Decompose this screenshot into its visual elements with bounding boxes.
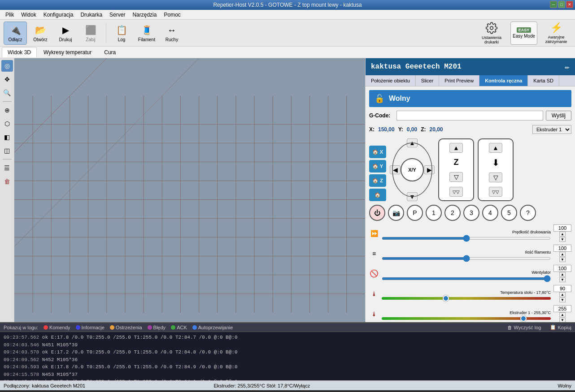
ext-down-button[interactable]: ▽ <box>489 172 502 182</box>
edit-icon[interactable]: ✏️ <box>565 62 570 72</box>
z-plus-button[interactable]: ▲ <box>449 143 463 153</box>
side-view-button[interactable]: ◫ <box>1 145 13 156</box>
log-time-3: 09:24:09.562 <box>4 357 39 362</box>
fan-slider[interactable] <box>382 277 551 280</box>
fan-input[interactable] <box>553 265 571 272</box>
speed-down-arrow[interactable]: ▼ <box>559 237 566 242</box>
delete-button[interactable]: 🗑 <box>1 176 13 187</box>
open-icon: 📂 <box>34 24 47 36</box>
x-minus-button[interactable]: ◀ <box>390 165 401 174</box>
y-plus-button[interactable]: ▲ <box>407 138 418 147</box>
park-button[interactable]: P <box>407 205 423 221</box>
ext-temp-input[interactable] <box>553 305 571 312</box>
kill-button[interactable]: ⬛ Zabij <box>79 22 102 45</box>
filter-ack[interactable]: ACK <box>171 325 187 330</box>
menu-narzedzia[interactable]: Narzędzia <box>129 11 160 19</box>
menu-server[interactable]: Server <box>106 11 129 19</box>
ext-temp-slider[interactable] <box>382 317 551 320</box>
filament-slider[interactable] <box>382 257 551 260</box>
filter-autoprzewijanie[interactable]: Autoprzewijanie <box>192 325 233 330</box>
gcode-input[interactable] <box>396 111 543 121</box>
tab-polozenie[interactable]: Położenie obiektu <box>366 75 416 86</box>
rotate-button[interactable]: ⊕ <box>1 104 13 116</box>
moves-button[interactable]: ↔ Ruchy <box>160 22 183 45</box>
copy-log-button[interactable]: 📋 Kopiuj <box>550 324 571 330</box>
tab-print-preview[interactable]: Print Preview <box>439 75 479 86</box>
select-tool-button[interactable]: ◎ <box>1 60 13 72</box>
extruder-select[interactable]: Ekstruder 1 Ekstruder 2 <box>532 125 571 134</box>
open-button[interactable]: 📂 Otwórz <box>29 22 52 45</box>
front-view-button[interactable]: ◧ <box>1 131 13 143</box>
menu-plik[interactable]: Plik <box>2 11 17 19</box>
connect-button[interactable]: 🔌 Odłącz <box>4 22 27 45</box>
log-text-4: ok E:17.8 /0.0 T0:255.0 /255.0 T1:255.0 … <box>42 364 238 370</box>
z-fast-minus-button[interactable]: ▽▽ <box>449 187 463 197</box>
home-y-button[interactable]: 🏠 Y <box>369 160 386 172</box>
log-filter-label: Pokazuj w logu: <box>4 325 38 330</box>
btn-4[interactable]: 4 <box>482 205 498 221</box>
ext-up-button[interactable]: ▲ <box>489 143 502 153</box>
filament-down-arrow[interactable]: ▼ <box>559 257 566 262</box>
filament-up-arrow[interactable]: ▲ <box>559 252 566 257</box>
object-list-button[interactable]: ☰ <box>1 162 13 174</box>
minimize-button[interactable]: ─ <box>550 1 557 8</box>
fan-down-arrow[interactable]: ▼ <box>559 277 566 282</box>
home-z-button[interactable]: 🏠 Z <box>369 174 386 187</box>
clear-log-button[interactable]: 🗑 Wyczyść log <box>507 325 541 330</box>
btn-5[interactable]: 5 <box>501 205 517 221</box>
ext-temp-down-arrow[interactable]: ▼ <box>559 318 566 322</box>
maximize-button[interactable]: □ <box>558 1 565 8</box>
help-button[interactable]: ? <box>520 205 536 221</box>
filter-informacje[interactable]: Informacje <box>76 325 105 330</box>
3d-view[interactable] <box>14 58 365 322</box>
filament-button[interactable]: 🧵 Filament <box>135 22 158 45</box>
menu-konfiguracja[interactable]: Konfiguracja <box>40 11 77 19</box>
tab-cura[interactable]: Cura <box>98 47 122 57</box>
tab-widok3d[interactable]: Widok 3D <box>2 47 37 57</box>
camera-button[interactable]: 📷 <box>388 205 404 221</box>
filter-ostrzezenia[interactable]: Ostrzeżenia <box>110 325 142 330</box>
ext-fast-down-button[interactable]: ▽▽ <box>489 187 502 197</box>
speed-slider[interactable] <box>382 237 551 240</box>
zoom-button[interactable]: 🔍 <box>1 87 13 99</box>
menu-widok[interactable]: Widok <box>17 11 39 19</box>
move-tool-button[interactable]: ✥ <box>1 73 13 85</box>
x-plus-button[interactable]: ▶ <box>424 165 435 174</box>
tab-wykresy[interactable]: Wykresy temperatur <box>38 47 97 57</box>
easy-mode-button[interactable]: EASY Easy Mode <box>510 22 537 45</box>
menu-pomoc[interactable]: Pomoc <box>160 11 184 19</box>
xy-center-button[interactable]: X/Y <box>401 158 424 181</box>
close-button[interactable]: ✕ <box>566 1 573 8</box>
ext-temp-up-arrow[interactable]: ▲ <box>559 312 566 317</box>
home-all-button[interactable]: 🏠 <box>369 189 386 201</box>
bed-temp-slider[interactable] <box>382 297 551 300</box>
printer-settings-button[interactable]: Ustawienia drukarki <box>476 22 507 45</box>
tab-karta-sd[interactable]: Karta SD <box>528 75 559 86</box>
filter-komendy[interactable]: Komendy <box>44 325 70 330</box>
send-button[interactable]: Wyślij <box>546 111 571 121</box>
speed-up-arrow[interactable]: ▲ <box>559 232 566 237</box>
filter-bledy[interactable]: Błędy <box>148 325 166 330</box>
speed-input[interactable] <box>553 224 571 232</box>
y-minus-button[interactable]: ▼ <box>407 192 418 201</box>
z-minus-button[interactable]: ▽ <box>449 172 463 182</box>
home-x-button[interactable]: 🏠 X <box>369 146 386 158</box>
log-button[interactable]: 📋 Log <box>110 22 133 45</box>
bed-temp-down-arrow[interactable]: ▼ <box>559 297 566 302</box>
btn-3[interactable]: 3 <box>463 205 479 221</box>
print-button[interactable]: ▶ Drukuj <box>54 22 77 45</box>
btn-1[interactable]: 1 <box>426 205 442 221</box>
power-button[interactable]: ⏻ <box>369 205 385 221</box>
menu-drukarka[interactable]: Drukarka <box>77 11 106 19</box>
tab-slicer[interactable]: Slicer <box>416 75 440 86</box>
komendy-dot <box>44 325 48 330</box>
btn-2[interactable]: 2 <box>444 205 461 221</box>
bed-temp-up-arrow[interactable]: ▲ <box>559 292 566 297</box>
bed-temp-input[interactable] <box>553 285 571 292</box>
tab-kontrola[interactable]: Kontrola ręczna <box>479 75 528 86</box>
fan-up-arrow[interactable]: ▲ <box>559 272 566 277</box>
view-cube-button[interactable]: ⬡ <box>1 118 13 129</box>
emergency-stop-button[interactable]: ⚡ Awaryjne zatrzymanie <box>541 22 571 45</box>
copy-icon: 📋 <box>550 324 556 330</box>
filament-input[interactable] <box>553 245 571 252</box>
